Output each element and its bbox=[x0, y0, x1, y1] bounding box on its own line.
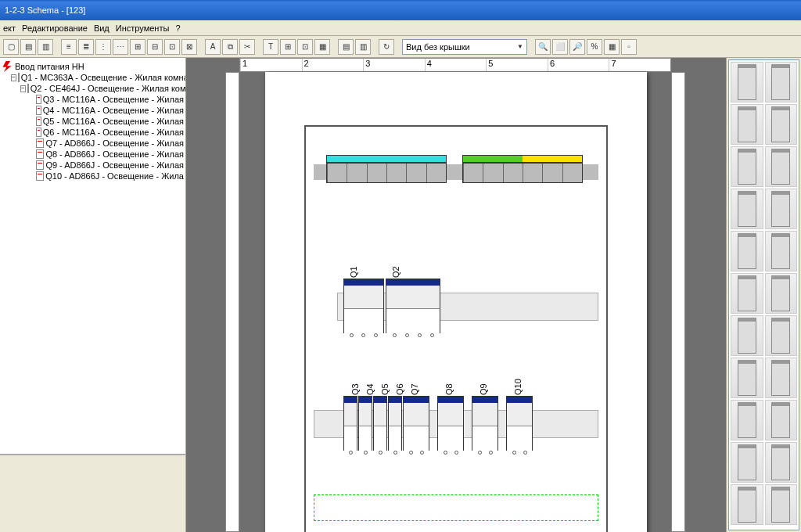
neutral-bar[interactable] bbox=[326, 163, 447, 183]
palette-item[interactable] bbox=[765, 358, 798, 398]
tb-layout1-icon[interactable]: ▤ bbox=[338, 39, 354, 55]
tree-item-q3[interactable]: Q3 - MC116A - Освещение - Жилая bbox=[2, 94, 184, 105]
breaker-q10[interactable]: Q10 bbox=[506, 396, 533, 451]
tree-item-q8[interactable]: Q8 - AD866J - Освещение - Жилая bbox=[2, 149, 184, 160]
palette-scroll[interactable] bbox=[728, 59, 799, 530]
palette-item[interactable] bbox=[731, 231, 763, 271]
earth-bar[interactable] bbox=[462, 163, 583, 183]
palette-item[interactable] bbox=[765, 400, 798, 440]
palette-item[interactable] bbox=[765, 189, 798, 229]
collapse-icon[interactable]: − bbox=[20, 85, 26, 92]
tb-copy-icon[interactable]: ⧉ bbox=[222, 39, 238, 55]
menu-tools[interactable]: Инструменты bbox=[116, 23, 170, 33]
menu-help[interactable]: ? bbox=[175, 23, 180, 33]
tb-open-icon[interactable]: ▤ bbox=[20, 39, 36, 55]
breaker-label: Q4 bbox=[365, 383, 375, 395]
tb-align8-icon[interactable]: ⊠ bbox=[181, 39, 197, 55]
tb-zoom-out-icon[interactable]: 🔎 bbox=[569, 39, 585, 55]
tree-item-q7[interactable]: Q7 - AD866J - Освещение - Жилая bbox=[2, 138, 184, 149]
palette-item[interactable] bbox=[765, 484, 798, 525]
tb-t2-icon[interactable]: ⊞ bbox=[280, 39, 296, 55]
tb-align5-icon[interactable]: ⊞ bbox=[130, 39, 145, 55]
neutral-bar-top[interactable] bbox=[326, 155, 447, 163]
tb-snap-icon[interactable]: ▫ bbox=[621, 39, 637, 55]
label-placeholder[interactable] bbox=[314, 494, 598, 521]
palette-item[interactable] bbox=[731, 358, 763, 398]
tree-root[interactable]: Ввод питания НН bbox=[2, 61, 184, 72]
tb-layout2-icon[interactable]: ▥ bbox=[355, 39, 371, 55]
window-title: 1-2-3 Schema - [123] bbox=[5, 5, 85, 15]
collapse-icon[interactable]: − bbox=[11, 74, 16, 81]
breaker-q1[interactable]: Q1 bbox=[343, 279, 384, 333]
enclosure[interactable]: Q1 Q2 Q3 Q4 Q5 Q6 Q7 bbox=[304, 125, 608, 532]
palette-item[interactable] bbox=[765, 104, 798, 145]
breaker-label: Q10 bbox=[513, 379, 523, 395]
ruler-horizontal: 1234567 bbox=[239, 58, 671, 72]
palette-item[interactable] bbox=[731, 104, 763, 145]
tree-label: Q9 - AD866J - Освещение - Жилая bbox=[45, 160, 184, 170]
breaker-q8[interactable]: Q8 bbox=[437, 396, 464, 451]
tb-save-icon[interactable]: ▥ bbox=[38, 39, 53, 55]
menu-view[interactable]: Вид bbox=[94, 23, 110, 33]
tree-label: Q4 - MC116A - Освещение - Жилая bbox=[43, 106, 184, 115]
palette-item[interactable] bbox=[731, 315, 763, 356]
tb-grid-icon[interactable]: ▦ bbox=[604, 39, 620, 55]
menu-edit[interactable]: Редактирование bbox=[22, 23, 88, 33]
tree-item-q5[interactable]: Q5 - MC116A - Освещение - Жилая bbox=[2, 116, 184, 127]
tree-item-q9[interactable]: Q9 - AD866J - Освещение - Жилая bbox=[2, 160, 184, 171]
breaker-q2[interactable]: Q2 bbox=[386, 279, 440, 333]
palette-item[interactable] bbox=[765, 442, 798, 483]
palette-item[interactable] bbox=[731, 400, 763, 440]
tb-align4-icon[interactable]: ⋯ bbox=[113, 39, 128, 55]
breaker-q9[interactable]: Q9 bbox=[472, 396, 498, 451]
palette-item[interactable] bbox=[765, 146, 798, 187]
tree-label: Q8 - AD866J - Освещение - Жилая bbox=[45, 149, 184, 159]
tb-cut-icon[interactable]: ✂ bbox=[239, 39, 255, 55]
breaker-q4[interactable]: Q4 bbox=[358, 396, 372, 451]
palette-item[interactable] bbox=[765, 273, 798, 314]
tb-refresh-icon[interactable]: ↻ bbox=[379, 39, 394, 55]
tb-zoom-100-icon[interactable]: % bbox=[587, 39, 602, 55]
canvas[interactable]: 1234567 Q1 bbox=[186, 58, 726, 532]
earth-bar-top[interactable] bbox=[462, 155, 583, 163]
palette-item[interactable] bbox=[731, 146, 763, 187]
breaker-q6[interactable]: Q6 bbox=[388, 396, 402, 451]
tb-t4-icon[interactable]: ▦ bbox=[314, 39, 330, 55]
breaker-label: Q2 bbox=[391, 266, 400, 278]
palette-item[interactable] bbox=[731, 189, 763, 229]
bolt-icon bbox=[2, 61, 13, 72]
tb-t3-icon[interactable]: ⊡ bbox=[297, 39, 313, 55]
breaker-label: Q7 bbox=[410, 383, 419, 395]
palette-item[interactable] bbox=[765, 315, 798, 356]
tree-item-q2[interactable]: − Q2 - CE464J - Освещение - Жилая ком bbox=[2, 83, 184, 94]
drawing-page[interactable]: Q1 Q2 Q3 Q4 Q5 Q6 Q7 bbox=[265, 72, 647, 532]
tree-item-q4[interactable]: Q4 - MC116A - Освещение - Жилая bbox=[2, 105, 184, 116]
tb-align6-icon[interactable]: ⊟ bbox=[147, 39, 163, 55]
project-tree[interactable]: Ввод питания НН − Q1 - MC363A - Освещени… bbox=[0, 58, 185, 454]
palette-item[interactable] bbox=[765, 62, 798, 102]
tb-align3-icon[interactable]: ⋮ bbox=[95, 39, 111, 55]
tb-align2-icon[interactable]: ≣ bbox=[78, 39, 94, 55]
tb-align7-icon[interactable]: ⊡ bbox=[164, 39, 180, 55]
tb-t1-icon[interactable]: T bbox=[263, 39, 278, 55]
breaker-q5[interactable]: Q5 bbox=[373, 396, 387, 451]
tb-align1-icon[interactable]: ≡ bbox=[61, 39, 77, 55]
sidebar-preview bbox=[0, 454, 185, 532]
doc-icon bbox=[36, 138, 44, 148]
palette-item[interactable] bbox=[731, 273, 763, 314]
tb-zoom-in-icon[interactable]: 🔍 bbox=[535, 39, 551, 55]
breaker-q3[interactable]: Q3 bbox=[343, 396, 357, 451]
tb-zoom-fit-icon[interactable]: ⬜ bbox=[552, 39, 568, 55]
palette-item[interactable] bbox=[731, 62, 763, 102]
menu-file[interactable]: ект bbox=[3, 23, 16, 33]
tree-item-q10[interactable]: Q10 - AD866J - Освещение - Жила bbox=[2, 171, 184, 182]
palette-item[interactable] bbox=[765, 231, 798, 271]
tb-text-icon[interactable]: A bbox=[205, 39, 221, 55]
tree-item-q1[interactable]: − Q1 - MC363A - Освещение - Жилая комна bbox=[2, 72, 184, 83]
palette-item[interactable] bbox=[731, 442, 763, 483]
breaker-q7[interactable]: Q7 bbox=[403, 396, 429, 451]
tree-item-q6[interactable]: Q6 - MC116A - Освещение - Жилая bbox=[2, 127, 184, 138]
tb-new-icon[interactable]: ▢ bbox=[3, 39, 19, 55]
view-mode-select[interactable]: Вид без крышки bbox=[402, 39, 527, 55]
palette-item[interactable] bbox=[731, 484, 763, 525]
